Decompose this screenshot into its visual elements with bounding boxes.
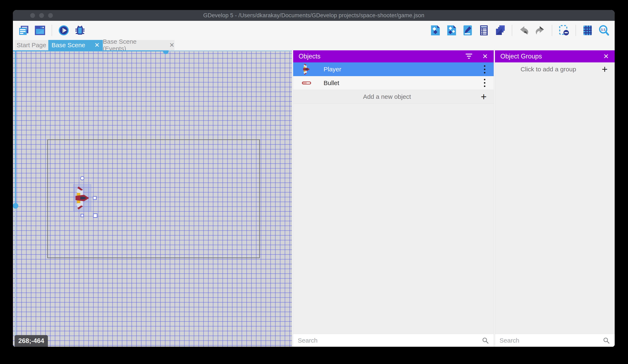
minimize-window-button[interactable] — [39, 13, 44, 18]
close-panel-icon[interactable]: ✕ — [603, 53, 609, 60]
objects-panel: Objects ✕ Player — [293, 50, 494, 347]
toolbar-separator — [512, 25, 512, 36]
instances-list-icon[interactable] — [478, 24, 490, 37]
search-icon[interactable] — [482, 337, 489, 344]
panel-title: Objects — [299, 53, 465, 60]
toolbar-right-group: 1:1 — [429, 24, 610, 37]
tab-label: Base Scene — [52, 42, 85, 49]
project-manager-icon[interactable] — [17, 24, 30, 37]
desktop-background: GDevelop 5 - /Users/dkarakay/Documents/G… — [0, 0, 628, 364]
objects-search-input[interactable] — [298, 337, 482, 344]
horizontal-scrollbar-track[interactable] — [168, 50, 292, 51]
add-object-row[interactable]: Add a new object + — [293, 90, 494, 104]
zoom-window-button[interactable] — [48, 13, 53, 18]
debug-icon[interactable] — [74, 24, 86, 37]
add-object-label: Add a new object — [293, 93, 481, 100]
horizontal-scrollbar-thumb[interactable] — [163, 50, 169, 54]
layers-icon[interactable] — [494, 24, 506, 37]
scene-window-icon[interactable] — [34, 24, 46, 37]
groups-search-input[interactable] — [499, 337, 603, 344]
object-name: Bullet — [323, 79, 482, 87]
horizontal-scrollbar-track[interactable] — [13, 50, 163, 51]
object-groups-panel-header: Object Groups ✕ — [495, 50, 615, 62]
object-groups-icon[interactable] — [445, 24, 458, 37]
rotate-handle[interactable] — [80, 176, 84, 180]
vertical-scrollbar-track[interactable] — [15, 208, 16, 347]
traffic-lights — [30, 10, 53, 21]
object-groups-panel: Object Groups ✕ Click to add a group + — [495, 50, 615, 347]
editor-tabbar: Start Page Base Scene ✕ Base Scene (Even… — [13, 40, 615, 50]
objects-panel-icon[interactable] — [429, 24, 441, 37]
resize-handle-bottom-right[interactable] — [93, 213, 97, 218]
toolbar-separator — [52, 25, 52, 36]
play-icon[interactable] — [58, 24, 70, 37]
filter-icon[interactable] — [465, 53, 473, 60]
window-title: GDevelop 5 - /Users/dkarakay/Documents/G… — [203, 12, 424, 19]
vertical-scrollbar-track[interactable] — [15, 50, 16, 205]
gdevelop-window: GDevelop 5 - /Users/dkarakay/Documents/G… — [13, 10, 615, 347]
search-icon[interactable] — [603, 337, 610, 344]
tab-label: Start Page — [17, 42, 46, 49]
groups-panel-empty-area — [495, 76, 615, 334]
tab-start-page[interactable]: Start Page — [14, 40, 48, 50]
panel-title: Object Groups — [500, 53, 603, 60]
toggle-grid-icon[interactable] — [581, 24, 594, 37]
toolbar-separator — [575, 25, 576, 36]
object-menu-icon[interactable] — [482, 78, 487, 88]
redo-icon[interactable] — [534, 24, 546, 37]
tab-label: Base Scene (Events) — [103, 38, 160, 52]
object-row-player[interactable]: Player — [293, 62, 494, 76]
tab-base-scene-events[interactable]: Base Scene (Events) ✕ — [103, 40, 174, 50]
undo-icon[interactable] — [518, 24, 530, 37]
objects-search-bar — [293, 334, 494, 347]
add-group-row[interactable]: Click to add a group + — [495, 62, 615, 76]
toolbar-left-group — [17, 24, 86, 37]
player-ship-sprite — [74, 186, 91, 210]
tab-base-scene[interactable]: Base Scene ✕ — [48, 40, 103, 50]
close-window-button[interactable] — [30, 13, 35, 18]
groups-search-bar — [495, 334, 615, 347]
plus-icon: + — [481, 92, 494, 102]
svg-text:1:1: 1:1 — [601, 28, 606, 31]
object-menu-icon[interactable] — [482, 64, 487, 75]
resize-handle-bottom[interactable] — [80, 214, 84, 217]
close-tab-icon[interactable]: ✕ — [169, 42, 174, 48]
close-panel-icon[interactable]: ✕ — [482, 53, 488, 60]
delete-selection-icon[interactable] — [558, 24, 570, 37]
properties-icon[interactable] — [462, 24, 474, 37]
resize-handle-right[interactable] — [93, 196, 97, 200]
scene-editor-canvas[interactable]: 268;-464 — [13, 50, 292, 347]
add-group-label: Click to add a group — [495, 66, 602, 73]
objects-panel-header: Objects ✕ — [293, 50, 494, 62]
zoom-1-1-icon[interactable]: 1:1 — [598, 24, 610, 37]
player-thumbnail — [301, 63, 312, 75]
toolbar-separator — [552, 25, 552, 36]
close-tab-icon[interactable]: ✕ — [94, 42, 99, 48]
object-name: Player — [323, 66, 482, 73]
bullet-thumbnail — [301, 77, 312, 89]
object-row-bullet[interactable]: Bullet — [293, 76, 494, 90]
selected-instance-player[interactable] — [73, 184, 91, 211]
cursor-coordinates-badge: 268;-464 — [14, 335, 48, 347]
objects-panel-empty-area — [293, 104, 494, 334]
plus-icon: + — [602, 64, 615, 74]
vertical-scrollbar-thumb[interactable] — [13, 203, 18, 209]
main-toolbar: 1:1 — [13, 21, 615, 40]
titlebar: GDevelop 5 - /Users/dkarakay/Documents/G… — [13, 10, 615, 21]
